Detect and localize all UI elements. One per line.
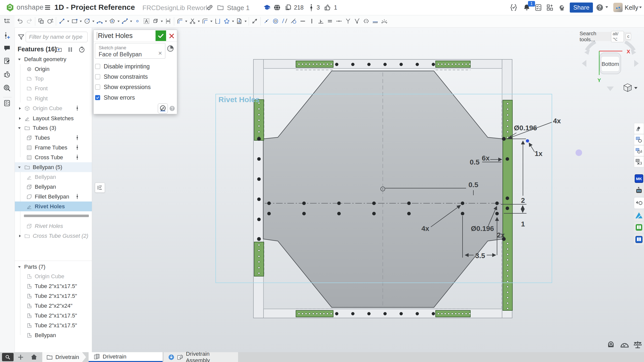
help-icon[interactable]: [596, 4, 603, 11]
tree-item-rivet-holes-rolled[interactable]: Rivet Holes: [15, 221, 92, 231]
create-folder-icon[interactable]: [56, 46, 62, 53]
dialog-title-field[interactable]: Rivet Holes: [97, 32, 133, 40]
checkbox-checked[interactable]: [95, 95, 100, 100]
dim-4x-bottom[interactable]: 4x: [421, 225, 429, 232]
midpoint-constraint-button[interactable]: [334, 16, 344, 26]
polygon-tool-button[interactable]: [108, 16, 117, 26]
clear-selection-icon[interactable]: ×: [158, 50, 162, 56]
feature-list-toggle-button[interactable]: [4, 18, 11, 25]
copies-icon[interactable]: [284, 4, 292, 11]
apps-grid-icon[interactable]: [546, 4, 554, 11]
learning-cap-icon[interactable]: [263, 4, 271, 11]
tree-item-frame-tubes[interactable]: Frame Tubes: [15, 143, 92, 152]
checklist-button[interactable]: [4, 100, 11, 107]
dialog-cancel-button[interactable]: [168, 32, 176, 40]
variables-button[interactable]: [634, 156, 644, 167]
tree-item-bellypan-extrude[interactable]: Bellypan: [15, 182, 92, 192]
equal-constraint-button[interactable]: [325, 16, 334, 26]
green-book-app-button[interactable]: [634, 222, 644, 233]
part-item-tube-1[interactable]: Tube 2"x1"x17.5": [15, 281, 92, 291]
use-project-dropdown[interactable]: [160, 19, 164, 23]
suppress-dots-icon[interactable]: [74, 194, 80, 199]
public-globe-icon[interactable]: [273, 4, 281, 11]
checkbox-row-disable-imprinting[interactable]: Disable imprinting: [95, 63, 150, 70]
text-tool-button[interactable]: [142, 16, 151, 26]
tree-item-cross-tube-gusset[interactable]: Cross Tube Gusset (2): [15, 231, 92, 241]
tree-item-bellypan-folder[interactable]: Bellypan (5): [15, 162, 92, 172]
arc-tool-button[interactable]: [95, 16, 104, 26]
tree-item-rivet-holes-selected[interactable]: Rivet Holes: [15, 202, 92, 211]
regions-tool-button[interactable]: [46, 16, 55, 26]
tasks-icon[interactable]: [535, 4, 542, 11]
blue-book-app-button[interactable]: [634, 234, 644, 245]
timer-icon[interactable]: [79, 46, 85, 53]
rectangle-tool-button[interactable]: [70, 16, 79, 26]
paste-sketch-button[interactable]: [36, 16, 46, 26]
mass-properties-button[interactable]: [633, 340, 643, 350]
tree-item-bellypan-sketch[interactable]: Bellypan: [15, 172, 92, 182]
custom-tables-button[interactable]: [634, 134, 644, 145]
part-item-tube-5[interactable]: Tube 2"x1"x17.5": [15, 320, 92, 330]
featurescript-icon[interactable]: [510, 4, 517, 11]
offset-tool-button[interactable]: [201, 16, 210, 26]
arc-tool-dropdown[interactable]: [104, 19, 108, 23]
part-item-origin-cube[interactable]: Origin Cube: [15, 271, 92, 281]
dim-6x[interactable]: 6x: [482, 154, 490, 162]
insert-version-button[interactable]: [4, 32, 11, 39]
tape-measure-button[interactable]: [607, 340, 617, 350]
appearance-panel-button[interactable]: [634, 123, 644, 134]
suppress-dots-icon[interactable]: [74, 154, 80, 160]
tree-item-layout-sketches[interactable]: Layout Sketches: [15, 113, 92, 123]
tab-drivetrain-partstudio[interactable]: Drivetrain: [89, 352, 163, 362]
tab-drivetrain-assembly[interactable]: Drivetrain Assembly: [164, 352, 238, 362]
checkbox-row-show-errors[interactable]: Show errors: [95, 94, 135, 101]
circle-tool-button[interactable]: [83, 16, 92, 26]
suppress-dots-icon[interactable]: [74, 105, 80, 111]
tree-item-default-geometry[interactable]: Default geometry: [15, 54, 92, 64]
panel-flyout-button[interactable]: [95, 183, 105, 193]
user-name[interactable]: Kelly: [625, 4, 638, 11]
search-model-button[interactable]: [4, 85, 11, 92]
onshape-logo-icon[interactable]: [6, 3, 15, 12]
part-item-tube-2[interactable]: Tube 2"x1"x17.5": [15, 291, 92, 301]
parts-header-row[interactable]: Parts (7): [15, 262, 92, 272]
selected-sketch-point[interactable]: [526, 139, 529, 143]
suppress-dots-icon[interactable]: [74, 145, 80, 150]
sketch-plane-value[interactable]: Face of Bellypan: [99, 51, 142, 58]
tab-search-button[interactable]: [2, 353, 14, 361]
tree-item-fillet-bellypan[interactable]: Fillet Bellypan: [15, 192, 92, 202]
tree-item-cross-tube[interactable]: Cross Tube: [15, 152, 92, 162]
view-cube-face-label[interactable]: Bottom: [601, 61, 619, 67]
concentric-constraint-button[interactable]: [271, 16, 280, 26]
document-title[interactable]: 1D - Project Reference: [54, 3, 135, 12]
dimension-tool-button[interactable]: [250, 16, 259, 26]
slot-tool-button[interactable]: [213, 16, 222, 26]
add-tab-button[interactable]: [17, 354, 24, 361]
pattern-tool-dropdown[interactable]: [231, 19, 235, 23]
chevron-down-icon[interactable]: [18, 57, 24, 62]
vertical-constraint-button[interactable]: [307, 16, 316, 26]
circle-tool-dropdown[interactable]: [92, 19, 95, 23]
chevron-down-icon[interactable]: [18, 165, 24, 170]
part-item-bellypan[interactable]: Bellypan: [15, 330, 92, 340]
alum-app-button[interactable]: [634, 210, 644, 221]
filter-input[interactable]: [26, 32, 88, 42]
workspace-name[interactable]: Stage 1: [227, 4, 250, 12]
chevron-down-icon[interactable]: [18, 126, 24, 130]
polygon-tool-dropdown[interactable]: [117, 19, 120, 23]
offset-tool-dropdown[interactable]: [210, 19, 213, 23]
document-menu-icon[interactable]: [44, 4, 51, 11]
tree-item-top-plane[interactable]: Top: [15, 74, 92, 84]
versions-icon[interactable]: [308, 4, 315, 11]
pierce-constraint-button[interactable]: [353, 16, 362, 26]
shaded-view-icon[interactable]: [167, 45, 174, 52]
chevron-right-icon[interactable]: [18, 235, 24, 237]
sketch-only-view-button[interactable]: [158, 103, 168, 113]
tree-item-origin[interactable]: Origin: [15, 64, 92, 74]
perpendicular-constraint-button[interactable]: [316, 16, 325, 26]
point-tool-button[interactable]: [133, 16, 142, 26]
symmetric-constraint-button[interactable]: [362, 16, 371, 26]
trim-tool-dropdown[interactable]: [197, 19, 201, 23]
line-tool-dropdown[interactable]: [66, 19, 70, 23]
import-dxf-button[interactable]: DXF: [235, 16, 244, 26]
